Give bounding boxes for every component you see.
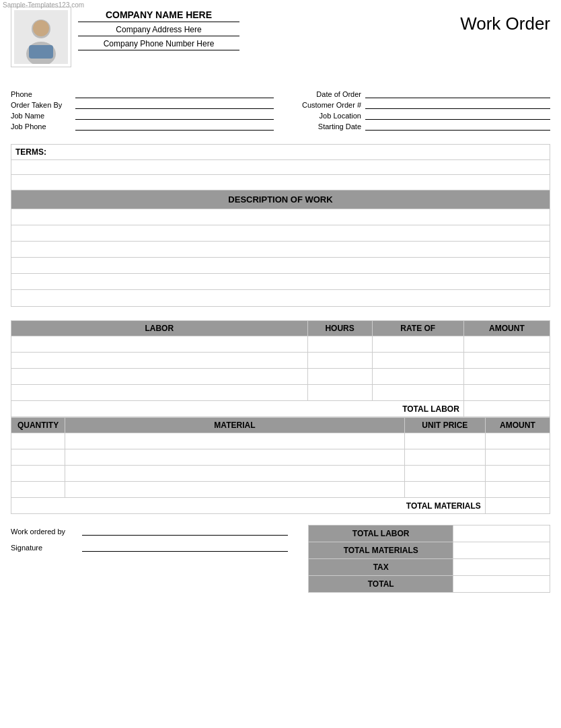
labor-rate-3[interactable] [372, 369, 463, 385]
mat-amount-col-header: AMOUNT [485, 418, 550, 433]
terms-label: TERMS: [15, 147, 46, 157]
header-left: COMPANY NAME HERE Company Address Here C… [11, 7, 239, 67]
mat-amount-1[interactable] [485, 433, 550, 449]
summary-total-labor-value[interactable] [453, 525, 550, 542]
mat-amount-4[interactable] [485, 482, 550, 498]
labor-hours-1[interactable] [307, 336, 372, 353]
material-row-4 [11, 482, 550, 498]
job-location-label: Job Location [287, 112, 361, 120]
labor-desc-3[interactable] [11, 369, 308, 385]
labor-desc-4[interactable] [11, 385, 308, 401]
labor-hours-2[interactable] [307, 353, 372, 369]
terms-row-1[interactable] [11, 160, 550, 175]
mat-amount-3[interactable] [485, 466, 550, 482]
material-col-header: MATERIAL [65, 418, 405, 433]
signature-input[interactable] [82, 541, 288, 552]
job-phone-label: Job Phone [11, 122, 71, 131]
summary-total-materials-value[interactable] [453, 542, 550, 559]
work-order-title: Work Order [460, 7, 550, 34]
header: COMPANY NAME HERE Company Address Here C… [11, 7, 550, 67]
total-labor-label: TOTAL LABOR [11, 401, 464, 417]
mat-desc-4[interactable] [65, 482, 405, 498]
form-right: Date of Order Customer Order # Job Locat… [287, 87, 550, 131]
desc-row-3[interactable] [11, 242, 550, 258]
mat-qty-2[interactable] [11, 449, 65, 466]
mat-desc-1[interactable] [65, 433, 405, 449]
summary-tax-label: TAX [309, 559, 453, 576]
signature-label: Signature [11, 544, 78, 552]
mat-desc-3[interactable] [65, 466, 405, 482]
form-fields: Phone Order Taken By Job Name Job Phone … [11, 87, 550, 131]
svg-point-3 [33, 20, 49, 36]
summary-total-row: TOTAL [309, 576, 550, 593]
desc-row-2[interactable] [11, 225, 550, 242]
mat-desc-2[interactable] [65, 449, 405, 466]
mat-price-2[interactable] [404, 449, 485, 466]
field-order-taken: Order Taken By [11, 98, 274, 109]
desc-row-1[interactable] [11, 209, 550, 225]
labor-rate-4[interactable] [372, 385, 463, 401]
form-left: Phone Order Taken By Job Name Job Phone [11, 87, 274, 131]
summary-total-label: TOTAL [309, 576, 453, 593]
labor-amount-3[interactable] [463, 369, 550, 385]
mat-qty-4[interactable] [11, 482, 65, 498]
phone-input[interactable] [75, 87, 274, 98]
mat-price-1[interactable] [404, 433, 485, 449]
job-phone-input[interactable] [75, 120, 274, 131]
job-location-input[interactable] [365, 109, 550, 120]
summary-total-value[interactable] [453, 576, 550, 593]
phone-label: Phone [11, 90, 71, 98]
labor-row-3 [11, 369, 550, 385]
mat-qty-3[interactable] [11, 466, 65, 482]
desc-row-4[interactable] [11, 258, 550, 274]
labor-amount-4[interactable] [463, 385, 550, 401]
summary-tax-row: TAX [309, 559, 550, 576]
labor-desc-1[interactable] [11, 336, 308, 353]
total-materials-value[interactable] [485, 498, 550, 514]
material-row-3 [11, 466, 550, 482]
labor-amount-1[interactable] [463, 336, 550, 353]
labor-table: LABOR HOURS RATE OF AMOUNT [11, 320, 550, 417]
labor-amount-2[interactable] [463, 353, 550, 369]
customer-order-input[interactable] [365, 98, 550, 109]
labor-rate-2[interactable] [372, 353, 463, 369]
field-starting-date: Starting Date [287, 120, 550, 131]
labor-hours-4[interactable] [307, 385, 372, 401]
total-materials-row: TOTAL MATERIALS [11, 498, 550, 514]
svg-rect-4 [29, 45, 53, 59]
total-labor-value[interactable] [463, 401, 550, 417]
mat-amount-2[interactable] [485, 449, 550, 466]
page: Sample-Templates123.com COMPANY N [0, 0, 561, 728]
mat-qty-1[interactable] [11, 433, 65, 449]
labor-hours-3[interactable] [307, 369, 372, 385]
date-order-input[interactable] [365, 87, 550, 98]
terms-row-2[interactable] [11, 175, 550, 190]
order-taken-label: Order Taken By [11, 101, 71, 109]
date-order-label: Date of Order [287, 90, 361, 98]
materials-table: QUANTITY MATERIAL UNIT PRICE AMOUNT [11, 417, 550, 514]
summary-total-labor-row: TOTAL LABOR [309, 525, 550, 542]
labor-desc-2[interactable] [11, 353, 308, 369]
labor-row-2 [11, 353, 550, 369]
material-row-2 [11, 449, 550, 466]
labor-rate-1[interactable] [372, 336, 463, 353]
starting-date-input[interactable] [365, 120, 550, 131]
order-taken-input[interactable] [75, 98, 274, 109]
unit-price-col-header: UNIT PRICE [404, 418, 485, 433]
watermark: Sample-Templates123.com [0, 0, 87, 10]
job-name-input[interactable] [75, 109, 274, 120]
total-labor-row: TOTAL LABOR [11, 401, 550, 417]
labor-row-1 [11, 336, 550, 353]
total-materials-label: TOTAL MATERIALS [11, 498, 486, 514]
company-phone: Company Phone Number Here [78, 39, 239, 50]
qty-col-header: QUANTITY [11, 418, 65, 433]
company-address: Company Address Here [78, 25, 239, 36]
desc-row-5[interactable] [11, 274, 550, 290]
desc-row-6[interactable] [11, 290, 550, 306]
work-ordered-input[interactable] [82, 525, 288, 536]
mat-price-3[interactable] [404, 466, 485, 482]
material-row-1 [11, 433, 550, 449]
field-customer-order: Customer Order # [287, 98, 550, 109]
summary-tax-value[interactable] [453, 559, 550, 576]
mat-price-4[interactable] [404, 482, 485, 498]
